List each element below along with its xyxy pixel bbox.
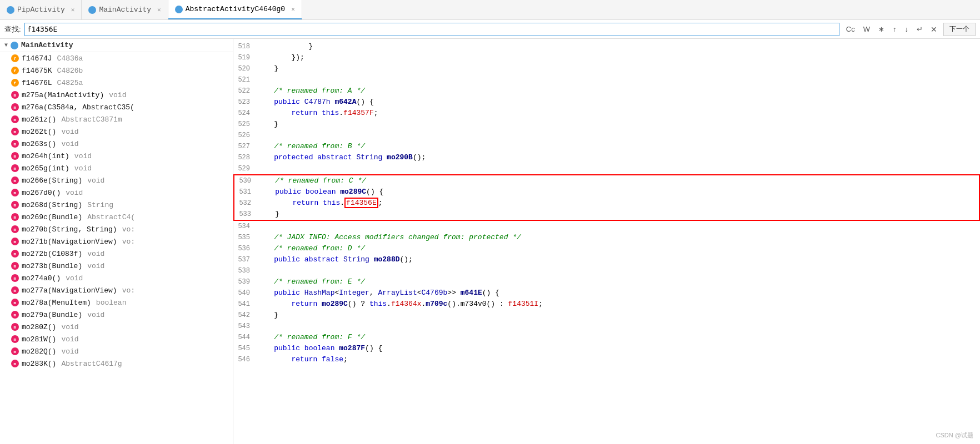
sidebar-item[interactable]: mmo265g(int)void <box>0 162 233 174</box>
method-type: void <box>87 176 104 185</box>
sidebar-item[interactable]: ff14676LC4825a <box>0 77 233 89</box>
line-number: 535 <box>233 232 257 243</box>
sidebar-item[interactable]: mmo264h(int)void <box>0 150 233 162</box>
sidebar-item[interactable]: mmo272b(C1083f)void <box>0 248 233 260</box>
method-icon: m <box>11 311 19 319</box>
search-case-btn[interactable]: Cc <box>843 23 858 36</box>
code-line: 521 <box>233 74 980 85</box>
line-number: 533 <box>234 209 258 220</box>
sidebar-item[interactable]: mmo268d(String)String <box>0 199 233 211</box>
method-type: void <box>74 152 92 160</box>
search-next-btn[interactable]: 下一个 <box>943 23 976 36</box>
sidebar-item[interactable]: mmo279a(Bundle)void <box>0 309 233 321</box>
main-layout: ▼ MainActivity ff14674JC4836aff14675KC48… <box>0 39 980 444</box>
code-line: 522 /* renamed from: A */ <box>233 85 980 97</box>
sidebar-item[interactable]: mmo282Q()void <box>0 345 233 357</box>
code-editor[interactable]: 518 }519 });520 }521522 /* renamed from:… <box>233 39 980 444</box>
sidebar-item[interactable]: mmo277a(NavigationView)vo: <box>0 284 233 296</box>
tab-abstract[interactable]: AbstractActivityC4640g0 ✕ <box>168 0 302 19</box>
sidebar-item[interactable]: mm275a(MainActivity)void <box>0 89 233 101</box>
sidebar-item[interactable]: ff14675KC4826b <box>0 64 233 77</box>
tab-main-icon <box>88 6 96 14</box>
method-icon: m <box>11 103 19 111</box>
sidebar-item[interactable]: mmo263s()void <box>0 138 233 150</box>
sidebar-item[interactable]: mmo278a(MenuItem)boolean <box>0 296 233 309</box>
sidebar-item[interactable]: mmo267d0()void <box>0 186 233 199</box>
method-name: f14676L <box>22 79 52 87</box>
line-number: 519 <box>233 52 257 63</box>
method-type: AbstractC3871m <box>61 115 122 124</box>
method-type: C4825a <box>57 79 83 87</box>
tab-main[interactable]: MainActivity ✕ <box>82 0 168 19</box>
line-number: 531 <box>234 186 258 198</box>
search-label: 查找: <box>4 24 21 34</box>
sidebar-item[interactable]: mmo273b(Bundle)void <box>0 260 233 272</box>
method-icon: m <box>11 128 19 135</box>
sidebar-item[interactable]: mmo262t()void <box>0 125 233 138</box>
method-icon: f <box>11 67 19 74</box>
tab-abstract-close[interactable]: ✕ <box>291 6 295 13</box>
method-icon: m <box>11 262 19 270</box>
method-icon: m <box>11 91 19 99</box>
line-number: 536 <box>233 243 257 254</box>
line-content: /* renamed from: D */ <box>257 243 980 254</box>
search-close-btn[interactable]: ✕ <box>928 23 940 36</box>
code-line: 530 /* renamed from: C */ <box>234 175 979 186</box>
line-content: } <box>258 209 979 220</box>
code-line: 532 return this.f14356E; <box>234 198 979 209</box>
code-line: 528 protected abstract String mo290B(); <box>233 152 980 163</box>
line-content: /* renamed from: C */ <box>258 175 979 186</box>
tab-abstract-icon <box>175 6 183 13</box>
sidebar-item[interactable]: mmo280Z()void <box>0 321 233 333</box>
tab-main-close[interactable]: ✕ <box>157 6 161 13</box>
tab-main-label: MainActivity <box>99 6 151 14</box>
method-icon: m <box>11 335 19 343</box>
method-name: mo267d0() <box>22 189 61 197</box>
line-content: }); <box>257 52 980 63</box>
method-icon: m <box>11 225 19 233</box>
sidebar-item[interactable]: mmo281W()void <box>0 333 233 345</box>
tab-pip[interactable]: PipActivity ✕ <box>0 0 82 19</box>
code-line: 544 /* renamed from: F */ <box>233 332 980 343</box>
tab-pip-icon <box>7 6 14 14</box>
sidebar-item[interactable]: mm276a(C3584a, AbstractC35( <box>0 101 233 113</box>
method-icon: m <box>11 213 19 221</box>
line-content: public HashMap<Integer, ArrayList<C4769b… <box>257 287 980 299</box>
search-word-btn[interactable]: W <box>860 23 873 36</box>
method-type: AbstractC4617g <box>61 360 122 368</box>
search-wrap-btn[interactable]: ↵ <box>913 23 926 36</box>
line-content: return false; <box>257 354 980 365</box>
sidebar-item[interactable]: mmo274a0()void <box>0 272 233 284</box>
sidebar-item[interactable]: mmo283K()AbstractC4617g <box>0 357 233 370</box>
line-number: 518 <box>233 41 257 52</box>
method-name: mo265g(int) <box>22 164 69 173</box>
sidebar-item[interactable]: ff14674JC4836a <box>0 52 233 64</box>
method-type: void <box>66 189 83 197</box>
search-input[interactable] <box>24 23 839 36</box>
method-name: mo262t() <box>22 128 56 136</box>
code-line: 537 public abstract String mo288D(); <box>233 254 980 265</box>
search-regex-btn[interactable]: ∗ <box>875 23 888 36</box>
tab-pip-close[interactable]: ✕ <box>71 6 75 13</box>
line-content: public boolean mo287F() { <box>257 343 980 354</box>
method-icon: m <box>11 152 19 160</box>
line-number: 524 <box>233 108 257 119</box>
method-name: mo273b(Bundle) <box>22 262 82 270</box>
sidebar-item[interactable]: mmo269c(Bundle)AbstractC4( <box>0 211 233 223</box>
method-icon: f <box>11 79 19 87</box>
method-icon: m <box>11 201 19 209</box>
method-type: boolean <box>96 299 127 307</box>
method-icon: m <box>11 250 19 258</box>
sidebar-item[interactable]: mmo271b(NavigationView)vo: <box>0 235 233 248</box>
method-type: void <box>61 128 78 136</box>
search-next-icon-btn[interactable]: ↓ <box>902 23 912 36</box>
method-type: void <box>61 347 78 356</box>
sidebar-items-container: ff14674JC4836aff14675KC4826bff14676LC482… <box>0 52 233 370</box>
search-prev-btn[interactable]: ↑ <box>889 23 900 36</box>
sidebar-item[interactable]: mmo261z()AbstractC3871m <box>0 113 233 125</box>
code-line: 534 <box>233 221 980 232</box>
sidebar-item[interactable]: mmo266e(String)void <box>0 174 233 186</box>
sidebar-item[interactable]: mmo270b(String, String)vo: <box>0 223 233 235</box>
sidebar-class-icon <box>11 42 18 49</box>
red-box-region: 530 /* renamed from: C */531 public bool… <box>233 174 980 221</box>
